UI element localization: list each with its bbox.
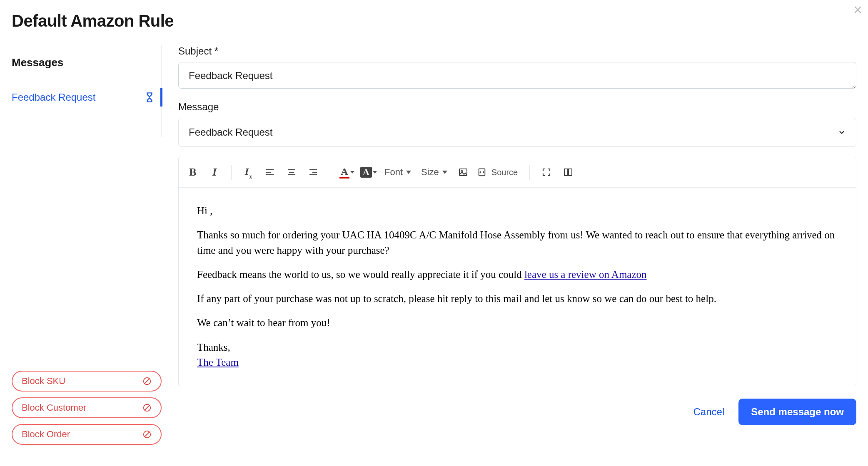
svg-line-3 <box>145 406 150 410</box>
toolbar-separator <box>231 165 232 180</box>
background-color-button[interactable]: A <box>358 161 379 183</box>
font-size-dropdown[interactable]: Size <box>416 161 452 183</box>
block-button-label: Block Order <box>22 429 70 440</box>
bold-button[interactable]: B <box>182 161 204 183</box>
block-button-label: Block Customer <box>22 402 86 413</box>
svg-rect-19 <box>569 169 572 176</box>
sidebar-item-feedback-request[interactable]: Feedback Request <box>12 88 154 107</box>
chevron-down-icon <box>406 171 411 174</box>
editor-paragraph: Hi , <box>197 203 838 218</box>
editor-paragraph: Feedback means the world to us, so we wo… <box>197 267 838 282</box>
rich-text-editor: B I Ix A A <box>178 157 856 386</box>
chevron-down-icon <box>838 128 846 136</box>
send-message-button[interactable]: Send message now <box>738 399 856 425</box>
modal-footer: Cancel Send message now <box>178 399 856 425</box>
editor-paragraph: Thanks so much for ordering your UAC HA … <box>197 228 838 258</box>
toolbar-separator <box>330 165 330 180</box>
cancel-button[interactable]: Cancel <box>693 406 725 418</box>
image-button[interactable] <box>452 161 474 183</box>
modal-default-amazon-rule: × Default Amazon Rule Messages Feedback … <box>0 0 868 466</box>
align-right-button[interactable] <box>302 161 324 183</box>
show-blocks-button[interactable] <box>557 161 579 183</box>
message-label: Message <box>178 101 856 113</box>
svg-rect-18 <box>564 169 568 176</box>
remove-format-button[interactable]: Ix <box>237 161 259 183</box>
align-left-button[interactable] <box>259 161 281 183</box>
hourglass-icon <box>145 92 154 102</box>
ban-icon <box>142 403 152 412</box>
svg-line-5 <box>145 432 150 437</box>
editor-signoff: Thanks, <box>197 342 230 353</box>
ban-icon <box>142 430 152 439</box>
main-form: Subject * Message Feedback Request B I I… <box>178 45 856 445</box>
size-label: Size <box>421 167 439 178</box>
sidebar-item-label: Feedback Request <box>12 92 95 103</box>
svg-line-1 <box>145 379 150 384</box>
svg-rect-15 <box>459 169 467 176</box>
source-button[interactable]: Source <box>474 161 524 183</box>
align-center-button[interactable] <box>281 161 302 183</box>
maximize-button[interactable] <box>536 161 557 183</box>
template-select-value: Feedback Request <box>189 126 272 138</box>
italic-button[interactable]: I <box>204 161 225 183</box>
font-label: Font <box>384 167 403 178</box>
block-sku-button[interactable]: Block SKU <box>12 371 162 392</box>
template-select[interactable]: Feedback Request <box>178 118 856 147</box>
editor-text: Feedback means the world to us, so we wo… <box>197 269 524 280</box>
text-color-button[interactable]: A <box>336 161 358 183</box>
page-title: Default Amazon Rule <box>12 12 856 30</box>
toolbar-separator <box>529 165 530 180</box>
close-icon[interactable]: × <box>853 2 862 17</box>
chevron-down-icon <box>442 171 447 174</box>
block-buttons-group: Block SKU Block Customer Block Order <box>12 371 162 445</box>
review-link[interactable]: leave us a review on Amazon <box>524 269 647 280</box>
editor-toolbar: B I Ix A A <box>179 157 856 188</box>
font-family-dropdown[interactable]: Font <box>379 161 416 183</box>
block-customer-button[interactable]: Block Customer <box>12 397 162 418</box>
editor-paragraph: If any part of your purchase was not up … <box>197 291 838 306</box>
editor-paragraph: Thanks, The Team <box>197 340 838 370</box>
sidebar: Messages Feedback Request Block SKU <box>12 45 162 445</box>
block-order-button[interactable]: Block Order <box>12 424 162 445</box>
editor-content[interactable]: Hi , Thanks so much for ordering your UA… <box>179 188 856 386</box>
block-button-label: Block SKU <box>22 376 65 387</box>
source-label: Source <box>489 168 520 177</box>
subject-input[interactable] <box>178 62 856 89</box>
sidebar-heading: Messages <box>12 56 162 69</box>
editor-paragraph: We can’t wait to hear from you! <box>197 315 838 330</box>
ban-icon <box>142 377 152 386</box>
team-link[interactable]: The Team <box>197 357 239 368</box>
subject-label: Subject * <box>178 45 856 57</box>
